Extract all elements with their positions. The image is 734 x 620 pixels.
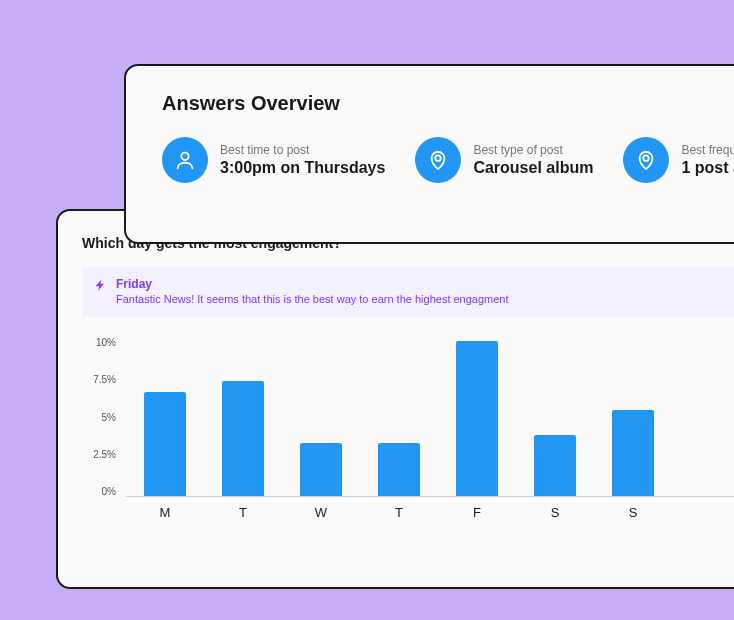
stat-value: 3:00pm on Thursdays [220,159,385,177]
bar [144,392,186,496]
bar [300,443,342,496]
x-tick: F [456,505,498,520]
bar [456,341,498,496]
x-tick: S [612,505,654,520]
x-tick: T [378,505,420,520]
user-icon [162,137,208,183]
stat-label: Best time to post [220,143,385,157]
x-tick: T [222,505,264,520]
overview-stat: Best type of postCarousel album [415,137,593,183]
insight-message: Fantastic News! It seems that this is th… [116,293,509,305]
overview-stats: Best time to post3:00pm on ThursdaysBest… [162,137,734,183]
svg-point-1 [436,155,442,161]
bar [378,443,420,496]
x-tick: W [300,505,342,520]
y-tick: 10% [96,337,116,348]
pin-icon [415,137,461,183]
overview-stat: Best frequency1 post a day [623,137,734,183]
lightning-icon [94,277,108,296]
x-axis: MTWTFSS [126,505,734,520]
stat-label: Best type of post [473,143,593,157]
engagement-chart-card: Which day gets the most engagement? Frid… [56,209,734,589]
y-tick: 5% [102,412,116,423]
bars [126,337,734,497]
insight-day: Friday [116,277,509,291]
y-tick: 7.5% [93,374,116,385]
stat-value: 1 post a day [681,159,734,177]
stat-label: Best frequency [681,143,734,157]
x-tick: S [534,505,576,520]
bar [534,435,576,496]
y-tick: 2.5% [93,449,116,460]
y-axis: 10% 7.5% 5% 2.5% 0% [82,337,126,497]
overview-stat: Best time to post3:00pm on Thursdays [162,137,385,183]
bar [222,381,264,496]
overview-title: Answers Overview [162,92,734,115]
bar [612,410,654,496]
y-tick: 0% [102,486,116,497]
pin-icon [623,137,669,183]
svg-point-2 [644,155,650,161]
bar-chart: 10% 7.5% 5% 2.5% 0% MTWTFSS [82,337,734,517]
x-tick: M [144,505,186,520]
stat-value: Carousel album [473,159,593,177]
answers-overview-card: Answers Overview Best time to post3:00pm… [124,64,734,244]
insight-banner: Friday Fantastic News! It seems that thi… [82,267,734,317]
svg-point-0 [181,153,188,160]
